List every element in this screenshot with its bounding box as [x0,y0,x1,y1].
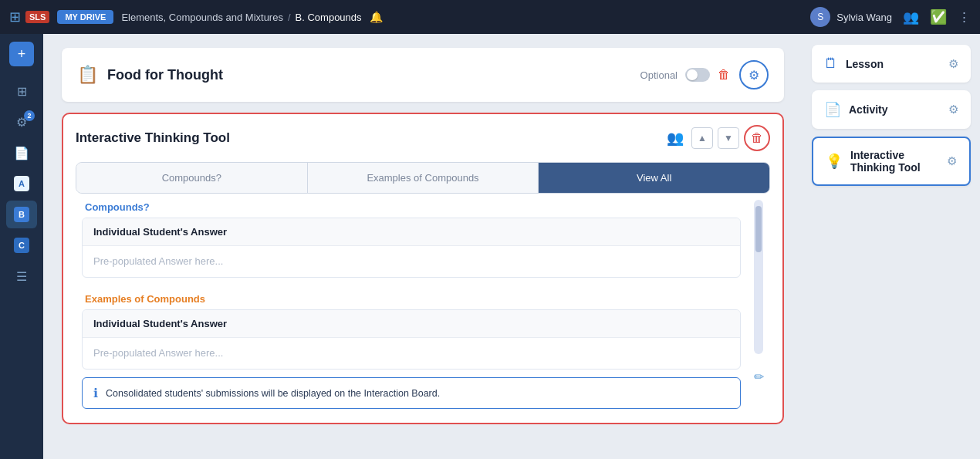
fft-icon: 📋 [77,65,98,85]
document-icon: 📄 [14,146,29,160]
itt-card-title: Interactive Thinking Tool [850,149,939,174]
user-name: Sylvia Wang [836,12,892,23]
tab-examples-of-compounds[interactable]: Examples of Compounds [308,163,539,193]
user-info: S Sylvia Wang [810,7,892,27]
main-layout: + ⊞ ⚙ 2 📄 A B C ☰ [0,34,980,459]
itt-settings-icon[interactable]: ⚙ [947,154,957,168]
food-for-thought-section: 📋 Food for Thought Optional 🗑 ⚙ [62,48,784,102]
optional-label: Optional [640,69,678,81]
section-label-examples: Examples of Compounds [76,285,747,309]
right-card-activity[interactable]: 📄 Activity ⚙ [812,90,971,129]
sls-badge: SLS [25,11,49,23]
content-area: 📋 Food for Thought Optional 🗑 ⚙ Interact… [43,34,803,459]
top-navigation: ⊞ SLS MY DRIVE Elements, Compounds and M… [0,0,980,34]
info-text: Consolidated students' submissions will … [106,388,440,399]
scroll-indicator[interactable] [754,200,763,354]
fft-title: Food for Thought [107,67,631,83]
more-options-icon[interactable]: ⋮ [958,9,971,25]
breadcrumb: Elements, Compounds and Mixtures / B. Co… [121,11,803,23]
itt-header-controls: ▲ ▼ 🗑 [691,125,770,151]
right-card-lesson[interactable]: 🗒 Lesson ⚙ [812,45,971,83]
itt-down-button[interactable]: ▼ [718,127,739,149]
right-card-itt[interactable]: 💡 Interactive Thinking Tool ⚙ [812,137,971,186]
nav-right-area: S Sylvia Wang 👥 ✅ ⋮ [810,7,971,27]
itt-title: Interactive Thinking Tool [76,130,659,146]
lesson-title: Lesson [846,58,941,70]
lesson-icon: 🗒 [824,56,838,72]
itt-content-area: Compounds? Individual Student's Answer P… [76,194,770,412]
itt-users-icon: 👥 [667,130,684,147]
itt-section: Interactive Thinking Tool 👥 ▲ ▼ 🗑 Compou… [62,113,784,424]
add-button[interactable]: + [9,42,34,66]
fft-controls: Optional 🗑 [640,68,730,82]
logo-area: ⊞ SLS [9,8,49,25]
mydrive-button[interactable]: MY DRIVE [57,10,113,24]
breadcrumb-current: B. Compounds [296,12,362,23]
answer-body-compounds: Pre-populated Answer here... [83,246,740,277]
edit-pencil-icon[interactable]: ✏ [754,370,764,384]
itt-tabs: Compounds? Examples of Compounds View Al… [76,162,770,194]
sidebar-item-badge-a[interactable]: A [6,170,37,197]
breadcrumb-separator: / [288,12,291,23]
share-icon[interactable]: 🔔 [370,11,383,23]
itt-header: Interactive Thinking Tool 👥 ▲ ▼ 🗑 [76,125,770,151]
info-bar: ℹ Consolidated students' submissions wil… [82,377,741,409]
sidebar-badge: 2 [24,110,35,121]
avatar: S [810,7,830,27]
lesson-settings-icon[interactable]: ⚙ [948,57,958,71]
itt-up-button[interactable]: ▲ [691,127,713,149]
fft-delete-button[interactable]: 🗑 [718,68,730,82]
itt-card-icon: 💡 [826,153,843,170]
answer-body-examples: Pre-populated Answer here... [83,338,740,369]
answer-block-compounds: Individual Student's Answer Pre-populate… [82,218,741,278]
share-users-icon[interactable]: 👥 [903,9,919,25]
activity-icon: 📄 [824,101,841,118]
list-icon: ☰ [16,269,27,284]
dashboard-icon: ⊞ [17,84,27,99]
sidebar-item-document[interactable]: 📄 [6,139,37,167]
settings-icon: ⚙ [749,68,759,83]
sidebar-item-list[interactable]: ☰ [6,262,37,290]
sidebar-item-badge-b[interactable]: B [6,201,37,228]
sidebar-item-badge-c[interactable]: C [6,231,37,259]
section-label-compounds: Compounds? [76,194,747,218]
right-panel: 🗒 Lesson ⚙ 📄 Activity ⚙ 💡 Interactive Th… [803,34,980,459]
badge-a: A [14,176,29,191]
sidebar-icons: ⊞ ⚙ 2 📄 A B C ☰ [0,77,43,290]
badge-c: C [14,238,29,253]
tab-view-all[interactable]: View All [539,163,769,193]
itt-scroll-area[interactable]: Compounds? Individual Student's Answer P… [76,194,747,412]
menu-icon[interactable]: ⊞ [9,8,21,25]
sidebar-item-dashboard[interactable]: ⊞ [6,77,37,105]
tab-compounds[interactable]: Compounds? [76,163,308,193]
answer-header-compounds: Individual Student's Answer [83,218,740,246]
scroll-sidebar: ✏ [747,194,770,412]
activity-settings-icon[interactable]: ⚙ [948,103,958,116]
sidebar-item-settings-gear[interactable]: ⚙ 2 [6,108,37,136]
fft-settings-button[interactable]: ⚙ [739,60,769,89]
answer-block-examples: Individual Student's Answer Pre-populate… [82,309,741,370]
optional-toggle[interactable] [685,68,710,82]
badge-b: B [14,207,29,222]
breadcrumb-parent: Elements, Compounds and Mixtures [121,12,283,23]
scroll-thumb [755,206,762,252]
answer-header-examples: Individual Student's Answer [83,310,740,338]
check-circle-icon[interactable]: ✅ [930,8,947,25]
info-icon: ℹ [93,386,98,400]
itt-delete-button[interactable]: 🗑 [744,125,770,151]
left-sidebar: + ⊞ ⚙ 2 📄 A B C ☰ [0,34,43,459]
activity-title: Activity [849,103,941,116]
